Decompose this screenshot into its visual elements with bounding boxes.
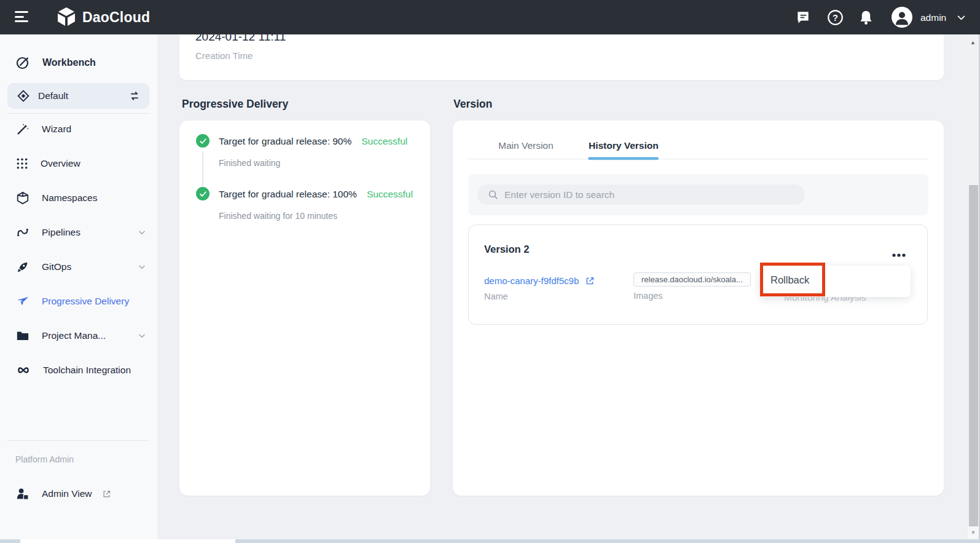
horizontal-scrollbar-thumb[interactable] <box>20 539 235 543</box>
divider <box>468 159 928 159</box>
notifications-bell-icon[interactable] <box>858 0 874 34</box>
workspace-icon <box>17 90 29 102</box>
scroll-up-arrow[interactable]: ▲ <box>970 39 976 46</box>
images-label: Images <box>633 291 663 301</box>
gitops-icon <box>16 260 29 274</box>
timeline-connector <box>202 151 203 186</box>
chevron-down-icon <box>138 263 146 271</box>
page: DaoCloud ? admin Workbench Default <box>0 0 980 543</box>
search-input[interactable] <box>504 189 775 200</box>
platform-admin-section-label: Platform Admin <box>15 454 74 464</box>
tab-main-version[interactable]: Main Version <box>498 140 554 151</box>
version-card: Main Version History Version Version 2 d… <box>453 121 944 496</box>
creation-time-label: Creation Time <box>195 50 253 61</box>
chevron-down-icon <box>138 331 146 340</box>
sidebar-item-namespaces[interactable]: Namespaces <box>0 181 157 215</box>
user-avatar[interactable] <box>892 7 912 28</box>
workspace-selector[interactable]: Default <box>7 83 149 109</box>
timeline-step-title: Target for gradual release: 90%Successfu… <box>219 136 407 147</box>
search-panel <box>468 174 928 215</box>
sidebar-item-label: Toolchain Integration <box>43 365 146 376</box>
external-link-icon <box>102 489 111 499</box>
workspace-label: Default <box>38 90 68 101</box>
overview-icon <box>16 157 28 170</box>
search-icon <box>488 189 498 200</box>
sidebar-item-label: Progressive Delivery <box>42 296 146 307</box>
topbar: DaoCloud ? admin <box>0 0 980 34</box>
timeline-step-status: Successful <box>367 189 413 199</box>
sidebar: Workbench Default Wizard Overview Namesp… <box>0 34 157 543</box>
sidebar-workbench[interactable]: Workbench <box>0 49 157 76</box>
admin-view-icon <box>15 487 29 501</box>
svg-text:?: ? <box>833 12 838 22</box>
workbench-icon <box>15 55 30 70</box>
infinity-icon <box>16 363 31 378</box>
sidebar-item-pipelines[interactable]: Pipelines <box>0 215 157 250</box>
wizard-icon <box>16 122 29 136</box>
scroll-down-arrow[interactable]: ▼ <box>968 526 979 539</box>
sidebar-item-overview[interactable]: Overview <box>0 146 157 181</box>
sidebar-item-wizard[interactable]: Wizard <box>0 112 157 146</box>
hamburger-menu-icon[interactable] <box>15 11 28 23</box>
timeline-step-status: Successful <box>361 136 407 146</box>
username[interactable]: admin <box>920 12 946 23</box>
image-tag[interactable]: release.daocloud.io/skoala... <box>633 272 751 287</box>
version-item-title: Version 2 <box>484 244 529 255</box>
sidebar-item-admin-view[interactable]: Admin View <box>0 482 157 506</box>
timeline-step-detail: Finished waiting for 10 minutes <box>219 211 337 221</box>
user-menu-chevron-icon[interactable] <box>956 0 966 34</box>
external-link-icon <box>585 276 595 286</box>
namespaces-icon <box>16 191 29 205</box>
horizontal-scrollbar[interactable] <box>0 539 980 543</box>
sidebar-item-label: Pipelines <box>42 227 125 238</box>
sidebar-item-gitops[interactable]: GitOps <box>0 250 157 284</box>
chevron-down-icon <box>138 228 146 237</box>
pipelines-icon <box>16 226 29 239</box>
timeline-step-title: Target for gradual release: 100%Successf… <box>219 189 413 200</box>
divider <box>7 440 149 441</box>
folder-icon <box>16 329 29 343</box>
timeline-step-detail: Finished waiting <box>219 158 280 168</box>
more-actions-icon[interactable] <box>892 248 906 260</box>
name-label: Name <box>484 291 508 301</box>
progressive-delivery-heading: Progressive Delivery <box>182 98 288 111</box>
sidebar-item-label: GitOps <box>42 261 125 272</box>
chat-icon[interactable] <box>795 0 811 34</box>
sidebar-item-label: Namespaces <box>42 192 146 204</box>
vertical-scrollbar-thumb[interactable] <box>969 185 978 526</box>
admin-view-label: Admin View <box>42 488 92 499</box>
workbench-label: Workbench <box>42 57 96 68</box>
annotation-highlight-rectangle <box>760 263 825 296</box>
help-icon[interactable]: ? <box>827 0 844 34</box>
progressive-delivery-card: Target for gradual release: 90%Successfu… <box>179 121 430 496</box>
success-check-icon <box>196 134 210 148</box>
search-field[interactable] <box>477 184 805 205</box>
progressive-delivery-icon <box>16 295 29 308</box>
tab-history-version[interactable]: History Version <box>589 140 659 151</box>
sidebar-item-label: Overview <box>41 158 146 169</box>
brand-name: DaoCloud <box>82 9 150 26</box>
sidebar-item-label: Wizard <box>42 124 146 135</box>
switch-workspace-icon[interactable] <box>128 90 141 102</box>
vertical-scrollbar[interactable]: ▲ ▼ <box>968 34 979 543</box>
daocloud-logo-icon <box>55 6 77 28</box>
sidebar-item-toolchain-integration[interactable]: Toolchain Integration <box>0 353 157 387</box>
brand-logo[interactable]: DaoCloud <box>55 6 150 28</box>
success-check-icon <box>196 187 210 200</box>
sidebar-item-progressive-delivery[interactable]: Progressive Delivery <box>0 284 157 319</box>
sidebar-item-label: Project Mana... <box>42 330 125 341</box>
version-heading: Version <box>453 98 492 111</box>
version-name-link[interactable]: demo-canary-f9fdf5c9b <box>484 275 595 286</box>
sidebar-item-project-management[interactable]: Project Mana... <box>0 319 157 353</box>
